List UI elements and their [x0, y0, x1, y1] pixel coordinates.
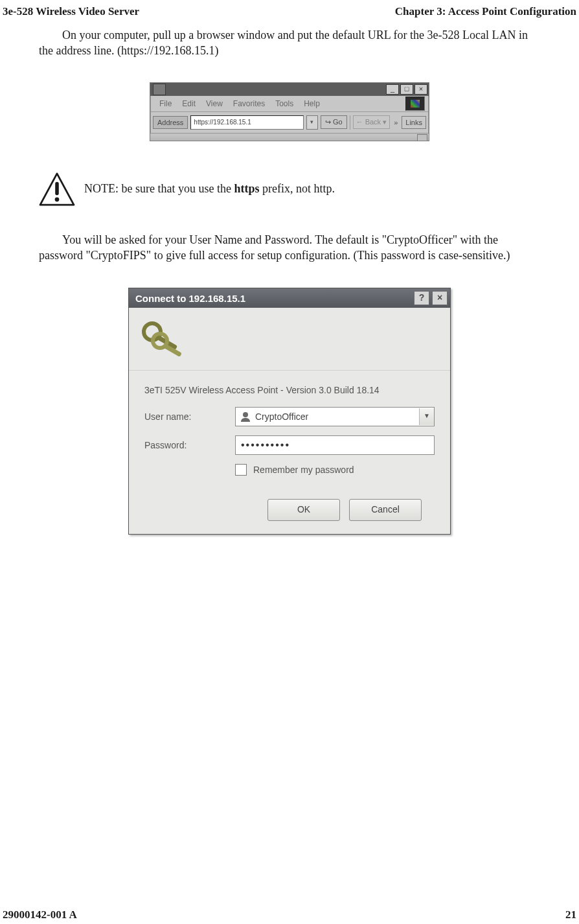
menu-view[interactable]: View [201, 99, 228, 108]
note-suffix: prefix, not http. [259, 182, 334, 195]
menu-tools[interactable]: Tools [270, 99, 299, 108]
go-button[interactable]: ↪ Go [321, 115, 347, 129]
username-dropdown-button[interactable]: ▼ [419, 408, 434, 425]
dialog-button-row: OK Cancel [144, 499, 435, 534]
address-dropdown-button[interactable]: ▾ [306, 115, 318, 130]
page-footer: 29000142-001 A 21 [3, 908, 576, 921]
dialog-help-button[interactable]: ? [414, 291, 429, 305]
user-icon [240, 411, 251, 422]
header-right: Chapter 3: Access Point Configuration [395, 5, 576, 18]
page-header: 3e-528 Wireless Video Server Chapter 3: … [0, 0, 579, 27]
windows-logo-icon [405, 97, 425, 111]
footer-left: 29000142-001 A [3, 908, 77, 921]
dialog-close-button[interactable]: × [432, 291, 448, 305]
links-button[interactable]: Links [402, 116, 426, 129]
footer-right: 21 [565, 908, 576, 921]
minimize-button[interactable]: _ [386, 84, 399, 95]
header-left: 3e-528 Wireless Video Server [3, 5, 139, 18]
svg-point-2 [55, 197, 60, 202]
password-label: Password: [144, 440, 235, 450]
keys-icon [141, 319, 188, 359]
browser-edge [150, 133, 429, 141]
username-combo[interactable]: CryptoOfficer ▼ [235, 407, 435, 426]
dialog-titlebar: Connect to 192.168.15.1 ? × [129, 288, 450, 308]
address-toolbar: Address https://192.168.15.1 ▾ ↪ Go ← Ba… [150, 112, 429, 133]
dialog-form: 3eTI 525V Wireless Access Point - Versio… [129, 371, 450, 534]
toolbar-overflow-icon[interactable]: » [392, 119, 399, 126]
ok-button[interactable]: OK [267, 499, 340, 521]
dialog-icon-row [129, 308, 450, 371]
password-input[interactable]: •••••••••• [235, 435, 435, 455]
page: 3e-528 Wireless Video Server Chapter 3: … [0, 0, 579, 924]
menu-file[interactable]: File [154, 99, 177, 108]
credentials-paragraph: You will be asked for your User Name and… [39, 232, 540, 264]
note-row: NOTE: be sure that you use the https pre… [39, 172, 540, 206]
maximize-button[interactable]: □ [400, 84, 413, 95]
intro-paragraph: On your computer, pull up a browser wind… [39, 27, 540, 59]
dialog-info-line: 3eTI 525V Wireless Access Point - Versio… [144, 385, 435, 395]
menu-edit[interactable]: Edit [177, 99, 201, 108]
browser-titlebar: _ □ × [150, 83, 429, 96]
cancel-button[interactable]: Cancel [349, 499, 422, 521]
username-row: User name: CryptoOfficer ▼ [144, 407, 435, 426]
menu-help[interactable]: Help [299, 99, 325, 108]
browser-window: _ □ × File Edit View Favorites Tools Hel… [150, 82, 429, 141]
ie-icon [153, 84, 166, 95]
username-label: User name: [144, 411, 235, 422]
address-input[interactable]: https://192.168.15.1 [190, 115, 303, 130]
warning-icon [39, 172, 75, 206]
go-label: Go [333, 118, 343, 126]
content: On your computer, pull up a browser wind… [0, 27, 579, 535]
dialog-body: 3eTI 525V Wireless Access Point - Versio… [129, 308, 450, 534]
back-button[interactable]: ← Back ▾ [353, 115, 391, 129]
menu-favorites[interactable]: Favorites [228, 99, 270, 108]
password-row: Password: •••••••••• [144, 435, 435, 455]
auth-dialog: Connect to 192.168.15.1 ? × [128, 288, 451, 535]
remember-checkbox[interactable] [235, 464, 247, 476]
svg-point-7 [243, 412, 248, 417]
back-label: Back [365, 118, 381, 126]
username-value: CryptoOfficer [255, 411, 419, 422]
remember-label: Remember my password [253, 465, 354, 475]
browser-menubar: File Edit View Favorites Tools Help [150, 96, 429, 112]
svg-rect-1 [55, 181, 59, 194]
address-label: Address [153, 116, 188, 129]
dialog-title: Connect to 192.168.15.1 [135, 293, 411, 304]
note-prefix: NOTE: be sure that you use the [84, 182, 234, 195]
note-bold: https [234, 182, 259, 195]
close-button[interactable]: × [414, 84, 427, 95]
remember-row[interactable]: Remember my password [235, 464, 435, 476]
note-text: NOTE: be sure that you use the https pre… [84, 182, 335, 196]
